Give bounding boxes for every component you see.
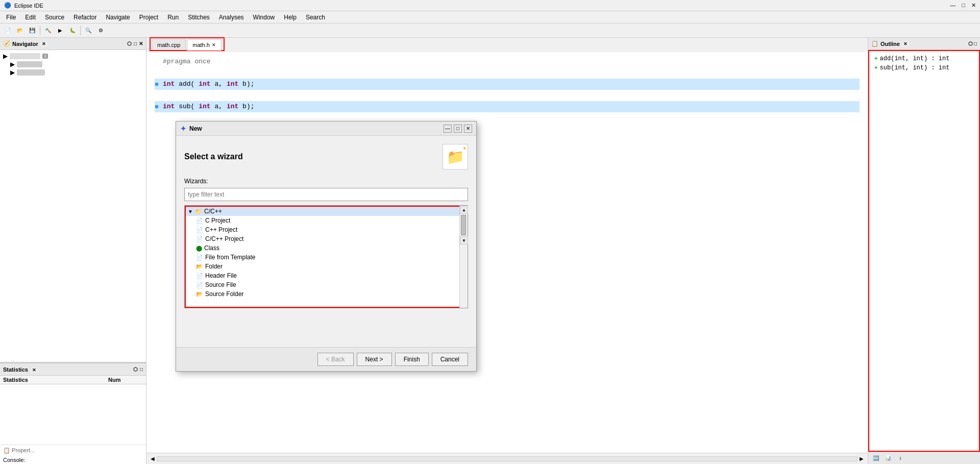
menu-analyses[interactable]: Analyses	[215, 13, 248, 22]
outline-minimize-btn[interactable]: ⬡	[968, 41, 973, 46]
menu-navigate[interactable]: Navigate	[102, 13, 134, 22]
tree-item-cpp-project[interactable]: 📄 C++ Project	[186, 225, 467, 234]
menu-help[interactable]: Help	[280, 13, 301, 22]
nav-minimize-btn[interactable]: ⬡	[127, 41, 132, 46]
scrollbar-down-btn[interactable]: ▼	[460, 236, 468, 245]
blue-marker-1	[155, 83, 158, 86]
close-button[interactable]: ✕	[971, 2, 976, 9]
toolbar-run[interactable]: ▶	[55, 25, 66, 36]
c-cpp-project-icon: 📄	[196, 236, 203, 242]
title-right[interactable]: — □ ✕	[950, 2, 976, 9]
tree-expand-parent: ▼	[188, 209, 193, 214]
outline-maximize-btn[interactable]: □	[974, 41, 977, 46]
menu-refactor[interactable]: Refactor	[69, 13, 101, 22]
menu-project[interactable]: Project	[135, 13, 162, 22]
stats-col-num: Num	[105, 376, 146, 384]
tree-item-header-file[interactable]: 📄 Header File	[186, 271, 467, 280]
toolbar-debug[interactable]: 🐛	[67, 25, 78, 36]
menu-source[interactable]: Source	[41, 13, 68, 22]
menu-file[interactable]: File	[2, 13, 20, 22]
outline-content: + add(int, int) : int + sub(int, int) : …	[868, 50, 980, 452]
keyword-int-add-b: int	[227, 80, 238, 88]
navigator-tree: ▶ 3 ▶ ▶	[0, 50, 146, 362]
outline-tool-1[interactable]: 🔤	[870, 453, 881, 464]
keyword-int-sub: int	[163, 103, 175, 110]
left-panel: 🧭 Navigator ✕ ⬡ □ ✕ ▶ 3 ▶ ▶	[0, 38, 146, 464]
menu-search[interactable]: Search	[302, 13, 329, 22]
tree-item-class[interactable]: ⬤ Class	[186, 243, 467, 253]
tree-item-folder[interactable]: 📂 Folder	[186, 262, 467, 271]
nav-close-btn[interactable]: ✕	[139, 41, 143, 46]
pragma-text: #pragma once	[163, 56, 211, 67]
menu-window[interactable]: Window	[249, 13, 279, 22]
keyword-int-add: int	[163, 80, 175, 88]
scrollbar-thumb[interactable]	[461, 215, 466, 235]
statistics-panel: Statistics ✕ ⬡ □ Statistics Num 📋 Proper…	[0, 362, 146, 464]
toolbar-build[interactable]: 🔨	[42, 25, 54, 36]
console-bar: Console:	[0, 456, 146, 464]
outline-item-sub[interactable]: + sub(int, int) : int	[872, 63, 976, 72]
stats-minimize-btn[interactable]: ⬡	[133, 367, 138, 372]
horizontal-scrollbar[interactable]	[157, 456, 857, 461]
bottom-scroll-bar: ◀ ▶	[146, 453, 868, 464]
next-button[interactable]: Next >	[357, 353, 392, 366]
back-button[interactable]: < Back	[317, 353, 354, 366]
navigator-header: 🧭 Navigator ✕ ⬡ □ ✕	[0, 38, 146, 50]
tree-item-file-template[interactable]: 📄 File from Template	[186, 253, 467, 262]
tab-math-h-close[interactable]: ✕	[212, 42, 216, 47]
modal-maximize-btn[interactable]: □	[454, 125, 462, 133]
outline-tool-2[interactable]: 📊	[883, 453, 894, 464]
toolbar-settings[interactable]: ⚙	[95, 25, 106, 36]
wizards-label: Wizards:	[184, 178, 468, 185]
tree-item-source-file[interactable]: 📄 Source File	[186, 280, 467, 289]
nav-item-3[interactable]: ▶	[2, 68, 144, 77]
cpp-project-label: C++ Project	[205, 226, 237, 233]
scroll-right[interactable]: ▶	[857, 456, 866, 461]
cancel-button[interactable]: Cancel	[432, 353, 468, 366]
tab-math-cpp[interactable]: math.cpp	[152, 39, 186, 50]
tab-math-h-label: math.h	[192, 42, 210, 48]
wizard-list-container: ▼ 📁 C/C++ 📄 C Project 📄 C++ Project 📄 C/…	[184, 205, 468, 308]
finish-button[interactable]: Finish	[395, 353, 429, 366]
tab-math-h[interactable]: math.h ✕	[187, 39, 222, 51]
tree-item-c-cpp-project[interactable]: 📄 C/C++ Project	[186, 234, 467, 243]
scrollbar-up-btn[interactable]: ▲	[460, 206, 468, 214]
file-template-icon: 📄	[196, 254, 203, 261]
toolbar-open[interactable]: 📂	[14, 25, 26, 36]
toolbar-save[interactable]: 💾	[27, 25, 38, 36]
toolbar-search-btn[interactable]: 🔍	[83, 25, 94, 36]
outline-toolbar: 🔤 📊 ↕	[868, 452, 980, 464]
nav-item-1[interactable]: ▶ 3	[2, 52, 144, 60]
navigator-header-right[interactable]: ⬡ □ ✕	[127, 41, 143, 46]
wizard-scrollbar[interactable]: ▲ ▼	[459, 206, 468, 308]
nav-item-2[interactable]: ▶	[2, 60, 144, 68]
properties-tab[interactable]: 📋 Propert...	[0, 445, 146, 456]
stats-table-header: Statistics Num	[0, 376, 146, 384]
modal-close-btn[interactable]: ✕	[464, 125, 472, 133]
minimize-button[interactable]: —	[950, 2, 955, 9]
scroll-left[interactable]: ◀	[149, 456, 157, 461]
tree-item-source-folder[interactable]: 📂 Source Folder	[186, 289, 467, 299]
filter-input[interactable]	[184, 188, 468, 201]
nav-expand-3: ▶	[10, 69, 15, 76]
tree-item-c-project[interactable]: 📄 C Project	[186, 216, 467, 225]
nav-maximize-btn[interactable]: □	[134, 41, 137, 46]
outline-tool-3[interactable]: ↕	[895, 453, 906, 464]
menu-run[interactable]: Run	[163, 13, 183, 22]
nav-blurred-3	[17, 69, 45, 76]
outline-header-btns[interactable]: ⬡ □	[968, 41, 977, 46]
stats-header-btns[interactable]: ⬡ □	[133, 367, 143, 372]
stats-maximize-btn[interactable]: □	[140, 367, 143, 372]
tree-item-parent[interactable]: ▼ 📁 C/C++	[186, 207, 467, 216]
modal-title-btns[interactable]: — □ ✕	[444, 125, 472, 133]
outline-add-label: add(int, int) : int	[880, 55, 950, 62]
nav-blurred-1	[10, 53, 40, 59]
modal-wizard-icon: 📁 ✦	[443, 144, 468, 169]
menu-stitches[interactable]: Stitches	[184, 13, 214, 22]
modal-icon: ✦	[180, 125, 186, 133]
modal-minimize-btn[interactable]: —	[444, 125, 452, 133]
toolbar-new[interactable]: 📄	[2, 25, 13, 36]
menu-edit[interactable]: Edit	[21, 13, 40, 22]
outline-item-add[interactable]: + add(int, int) : int	[872, 54, 976, 63]
maximize-button[interactable]: □	[962, 2, 965, 9]
